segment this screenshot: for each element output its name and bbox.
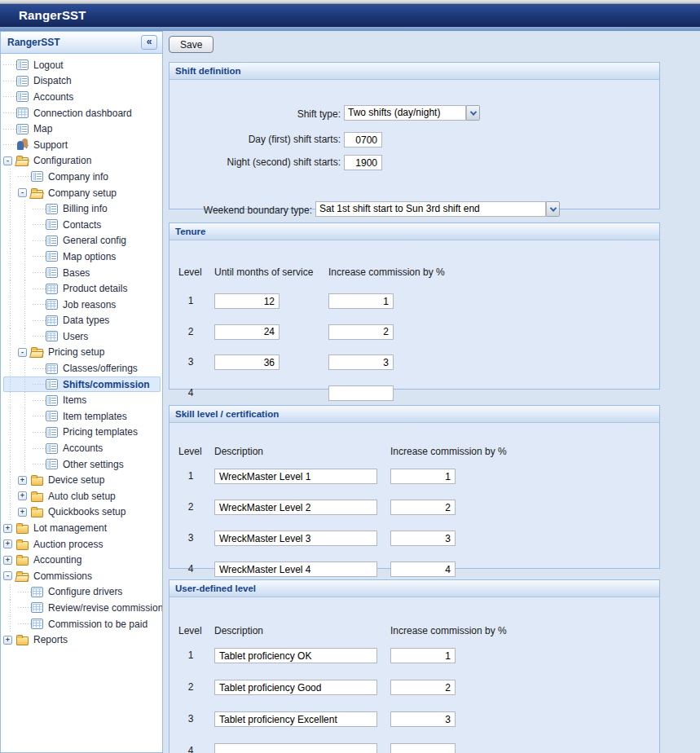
expand-node-icon[interactable]: + — [18, 491, 27, 500]
user-level-row-number: 1 — [178, 648, 203, 663]
tree-item-accounting[interactable]: +Accounting — [3, 552, 162, 568]
tree-item-lot-management[interactable]: +Lot management — [3, 520, 162, 536]
tree-item-job-reasons[interactable]: Job reasons — [3, 297, 162, 313]
tree-item-accounts[interactable]: Accounts — [3, 89, 162, 105]
tenure-commission-pct-input[interactable] — [328, 385, 394, 401]
day-shift-input[interactable] — [344, 132, 382, 148]
tree-guide-line — [18, 376, 33, 393]
expand-node-icon[interactable]: + — [3, 524, 12, 533]
folder-icon — [31, 493, 43, 502]
tree-item-auction-process[interactable]: +Auction process — [3, 536, 162, 553]
tenure-months-of-service-input[interactable] — [214, 354, 280, 370]
tree-item-general-config[interactable]: General config — [3, 233, 162, 249]
tree-item-label: Bases — [62, 267, 90, 279]
tree-item-billing-info[interactable]: Billing info — [3, 200, 162, 217]
tenure-commission-pct-input[interactable] — [328, 293, 394, 309]
expand-node-icon[interactable]: + — [3, 539, 12, 548]
tree-item-pricing-templates[interactable]: Pricing templates — [3, 425, 162, 441]
tree-item-product-details[interactable]: Product details — [3, 280, 162, 297]
user-level-description-input[interactable] — [214, 680, 377, 695]
shift-type-trigger[interactable] — [466, 105, 480, 121]
tree-guide-line — [3, 425, 18, 441]
skill-level-commission-pct-input[interactable] — [390, 500, 456, 515]
tree-item-map[interactable]: Map — [3, 121, 162, 137]
night-shift-input[interactable] — [344, 155, 382, 170]
tree-item-company-info[interactable]: Company info — [3, 169, 162, 185]
expand-node-icon[interactable]: + — [3, 636, 12, 645]
tree-item-contacts[interactable]: Contacts — [3, 217, 162, 233]
skill-level-description-input[interactable] — [214, 531, 377, 546]
expand-node-icon[interactable]: + — [3, 556, 12, 565]
tree-guide-line — [3, 217, 18, 233]
collapse-node-icon[interactable]: - — [18, 348, 27, 357]
skill-level-description-input[interactable] — [214, 500, 377, 515]
user-level-commission-pct-input[interactable] — [390, 648, 456, 663]
tree-item-quickbooks-setup[interactable]: +Quickbooks setup — [3, 504, 162, 521]
tree-item-auto-club-setup[interactable]: +Auto club setup — [3, 488, 162, 504]
shift-type-select[interactable]: Two shifts (day/night) — [344, 105, 480, 121]
app-header: RangerSST — [0, 4, 700, 27]
tree-guide-line — [18, 200, 33, 217]
tree-item-reports[interactable]: +Reports — [3, 632, 162, 648]
collapse-node-icon[interactable]: - — [3, 571, 12, 580]
tree-item-label: Dispatch — [33, 75, 72, 86]
folder-icon — [16, 636, 29, 645]
tree-item-label: Items — [62, 394, 86, 406]
skill-level-description-input[interactable] — [214, 561, 377, 577]
user-level-commission-pct-input[interactable] — [390, 680, 456, 695]
sidebar-collapse-button[interactable]: « — [141, 35, 157, 50]
tenure-commission-pct-input[interactable] — [328, 324, 394, 340]
tree-item-item-templates[interactable]: Item templates — [3, 408, 162, 425]
tenure-months-of-service-input[interactable] — [214, 293, 280, 309]
save-button[interactable]: Save — [169, 36, 214, 53]
collapse-node-icon[interactable]: - — [18, 188, 27, 197]
tree-item-connection-dashboard[interactable]: Connection dashboard — [3, 105, 162, 121]
tenure-commission-pct-input[interactable] — [328, 354, 394, 370]
skill-level-commission-pct-input[interactable] — [390, 531, 456, 546]
tree-item-pricing-setup[interactable]: -Pricing setup — [3, 345, 162, 361]
user-level-description-input[interactable] — [214, 711, 377, 727]
tree-item-review-revise-commission[interactable]: Review/revise commission — [3, 600, 162, 616]
tree-item-company-setup[interactable]: -Company setup — [3, 185, 162, 201]
expand-node-icon[interactable]: + — [18, 508, 27, 517]
skill-level-description-input[interactable] — [214, 469, 377, 484]
tree-item-support[interactable]: ?Support — [3, 137, 162, 153]
tree-item-commissions[interactable]: -Commissions — [3, 568, 162, 584]
folder-icon — [16, 541, 29, 550]
tree-item-dispatch[interactable]: Dispatch — [3, 73, 162, 90]
folder-open-icon — [16, 157, 29, 166]
skill-level-commission-pct-input[interactable] — [390, 469, 456, 484]
tree-item-configuration[interactable]: -Configuration — [3, 153, 162, 170]
form-icon — [46, 443, 58, 454]
tree-item-commission-to-be-paid[interactable]: Commission to be paid — [3, 616, 162, 632]
column-header-months: Until months of service — [214, 266, 313, 278]
tree-item-shifts-commission[interactable]: Shifts/commission — [3, 376, 161, 393]
grid-icon — [46, 363, 58, 374]
tree-item-other-settings[interactable]: Other settings — [3, 456, 162, 473]
skill-level-commission-pct-input[interactable] — [390, 561, 456, 577]
tree-item-users[interactable]: Users — [3, 328, 162, 345]
folder-icon — [31, 477, 43, 486]
user-level-commission-pct-input[interactable] — [390, 743, 456, 753]
form-icon — [46, 267, 58, 278]
user-level-commission-pct-input[interactable] — [390, 711, 456, 727]
tenure-months-of-service-input[interactable] — [214, 324, 280, 340]
tree-item-data-types[interactable]: Data types — [3, 313, 162, 329]
user-level-description-input[interactable] — [214, 743, 377, 753]
weekend-boundary-trigger[interactable] — [546, 201, 560, 217]
tree-item-logout[interactable]: Logout — [3, 57, 162, 73]
expand-node-icon[interactable]: + — [18, 476, 27, 485]
grid-icon — [46, 331, 58, 341]
tree-item-bases[interactable]: Bases — [3, 265, 162, 281]
tree-item-label: Map — [33, 123, 52, 134]
tree-item-items[interactable]: Items — [3, 392, 162, 408]
user-level-description-input[interactable] — [214, 648, 377, 663]
collapse-node-icon[interactable]: - — [3, 156, 12, 165]
tree-item-map-options[interactable]: Map options — [3, 249, 162, 265]
tree-item-configure-drivers[interactable]: Configure drivers — [3, 584, 162, 601]
weekend-boundary-select[interactable]: Sat 1st shift start to Sun 3rd shift end — [315, 201, 560, 217]
tree-item-classes-offerings[interactable]: Classes/offerings — [3, 360, 162, 376]
tree-item-device-setup[interactable]: +Device setup — [3, 472, 162, 488]
tree-item-accounts[interactable]: Accounts — [3, 440, 162, 456]
tree-elbow — [33, 297, 46, 313]
